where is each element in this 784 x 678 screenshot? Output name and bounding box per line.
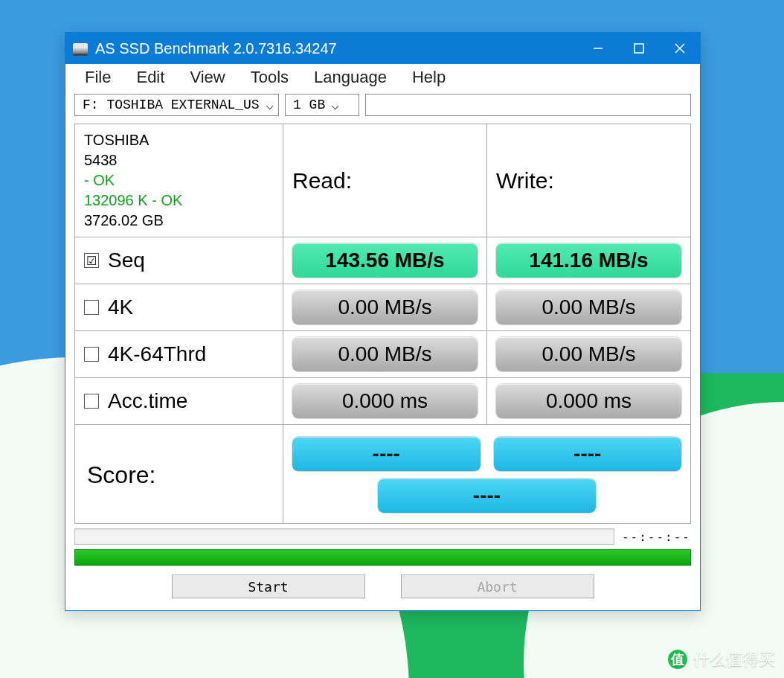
score-total: ----: [378, 479, 596, 513]
score-label-cell: Score:: [75, 425, 283, 524]
watermark-badge: 值: [666, 648, 689, 671]
test-4k64-write: 0.00 MB/s: [487, 331, 691, 378]
device-capacity: 3726.02 GB: [84, 211, 274, 231]
test-4k-checkbox[interactable]: [84, 300, 99, 315]
abort-button: Abort: [401, 575, 594, 598]
minimize-button[interactable]: [577, 33, 618, 64]
test-acc-label: Acc.time: [75, 378, 283, 425]
score-values: ---- ---- ----: [283, 425, 691, 524]
header-write: Write:: [487, 124, 691, 237]
test-seq-read: 143.56 MB/s: [283, 237, 487, 284]
test-4k-read: 0.00 MB/s: [283, 284, 487, 331]
chevron-down-icon: ⌵: [331, 97, 339, 113]
menu-help[interactable]: Help: [402, 66, 456, 89]
menu-file[interactable]: File: [74, 66, 121, 89]
score-write: ----: [494, 437, 682, 471]
score-label: Score:: [87, 457, 271, 489]
test-acc-write: 0.000 ms: [487, 378, 691, 425]
menu-view[interactable]: View: [179, 66, 235, 89]
test-4k64-read: 0.00 MB/s: [283, 331, 487, 378]
svg-rect-1: [634, 44, 643, 53]
test-seq-write: 141.16 MB/s: [487, 237, 691, 284]
results-grid: TOSHIBA 5438 - OK 132096 K - OK 3726.02 …: [74, 124, 691, 524]
maximize-button[interactable]: [618, 33, 659, 64]
progress-row: --:--:--: [74, 528, 691, 545]
content-area: TOSHIBA 5438 - OK 132096 K - OK 3726.02 …: [65, 124, 700, 610]
progress-time: --:--:--: [622, 530, 691, 544]
test-4k-write: 0.00 MB/s: [487, 284, 691, 331]
test-4k64-checkbox[interactable]: [84, 347, 99, 362]
drive-select[interactable]: F: TOSHIBA EXTERNAL_USB USB Devic ⌵: [74, 94, 279, 116]
path-input[interactable]: [365, 94, 691, 116]
header-read: Read:: [283, 124, 487, 237]
score-read: ----: [292, 437, 481, 471]
test-4k64-label: 4K-64Thrd: [75, 331, 283, 378]
start-button[interactable]: Start: [172, 575, 365, 598]
status-bar: [74, 549, 691, 566]
test-seq-label: ☑Seq: [75, 237, 283, 284]
size-select-value: 1 GB: [293, 97, 325, 112]
app-icon: [73, 43, 88, 54]
drive-select-value: F: TOSHIBA EXTERNAL_USB USB Devic: [83, 97, 260, 112]
window-title: AS SSD Benchmark 2.0.7316.34247: [95, 40, 577, 57]
device-info-cell: TOSHIBA 5438 - OK 132096 K - OK 3726.02 …: [75, 124, 283, 237]
device-status-1: - OK: [84, 170, 274, 191]
test-acc-checkbox[interactable]: [84, 394, 99, 409]
device-name: TOSHIBA: [84, 130, 274, 150]
menu-edit[interactable]: Edit: [126, 66, 175, 89]
test-acc-read: 0.000 ms: [283, 378, 487, 425]
device-status-2: 132096 K - OK: [84, 191, 274, 211]
titlebar[interactable]: AS SSD Benchmark 2.0.7316.34247: [65, 33, 700, 64]
close-button[interactable]: [659, 33, 700, 64]
size-select[interactable]: 1 GB ⌵: [285, 94, 359, 116]
watermark: 值 什么值得买: [666, 648, 775, 671]
app-window: AS SSD Benchmark 2.0.7316.34247 File Edi…: [65, 32, 701, 611]
menubar: File Edit View Tools Language Help: [65, 64, 700, 91]
device-model: 5438: [84, 150, 274, 170]
menu-language[interactable]: Language: [303, 66, 397, 89]
progress-bar: [74, 528, 614, 545]
menu-tools[interactable]: Tools: [240, 66, 299, 89]
button-row: Start Abort: [74, 566, 691, 601]
watermark-text: 什么值得买: [693, 648, 775, 671]
test-4k-label: 4K: [75, 284, 283, 331]
toolbar: F: TOSHIBA EXTERNAL_USB USB Devic ⌵ 1 GB…: [65, 91, 700, 124]
test-seq-checkbox[interactable]: ☑: [84, 253, 99, 268]
chevron-down-icon: ⌵: [266, 97, 274, 113]
